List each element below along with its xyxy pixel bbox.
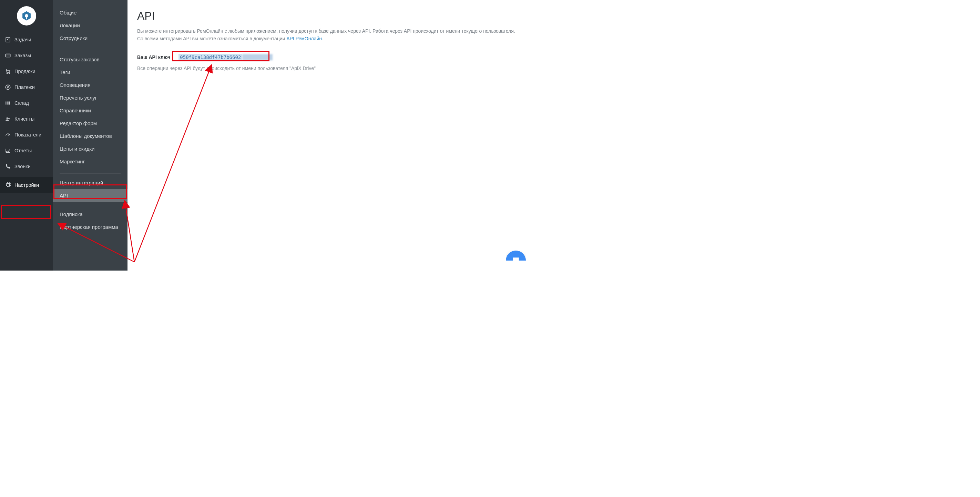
settings-item-label: Оповещения	[60, 82, 91, 88]
settings-item-staff[interactable]: Сотрудники	[53, 32, 127, 45]
svg-rect-10	[8, 102, 8, 105]
nav-label: Склад	[14, 100, 29, 106]
intro-suffix: .	[322, 36, 323, 41]
settings-item-label: Партнерская программа	[60, 224, 118, 230]
nav-label: Показатели	[14, 132, 41, 137]
settings-item-label: Шаблоны документов	[60, 133, 112, 139]
svg-rect-3	[6, 37, 10, 42]
settings-item-subscription[interactable]: Подписка	[53, 208, 127, 221]
settings-item-label: API	[60, 193, 68, 199]
nav-label: Отчеты	[14, 148, 32, 153]
settings-item-statuses[interactable]: Статусы заказов	[53, 53, 127, 66]
nav-warehouse[interactable]: Склад	[0, 95, 53, 111]
settings-item-marketing[interactable]: Маркетинг	[53, 155, 127, 168]
svg-point-5	[7, 73, 8, 74]
settings-item-label: Редактор форм	[60, 120, 97, 126]
nav-label: Звонки	[14, 164, 31, 169]
gauge-icon	[5, 132, 11, 138]
svg-point-6	[9, 73, 10, 74]
api-key-blurred	[242, 54, 272, 60]
api-key-box: 050f9ca138df47b7b6602	[176, 53, 275, 62]
settings-item-label: Цены и скидки	[60, 146, 94, 152]
api-doc-link[interactable]: API РемОнлайн	[286, 36, 322, 41]
api-key-label: Ваш API ключ	[137, 54, 170, 60]
settings-item-directories[interactable]: Справочники	[53, 104, 127, 117]
api-key-value[interactable]: 050f9ca138df47b7b6602	[178, 54, 242, 61]
settings-item-api[interactable]: API	[53, 189, 127, 202]
logo	[0, 3, 53, 32]
nav-label: Заказы	[14, 53, 31, 58]
barcode-icon	[5, 100, 11, 106]
settings-item-doc-templates[interactable]: Шаблоны документов	[53, 130, 127, 142]
nav-label: Задачи	[14, 37, 31, 42]
nav-metrics[interactable]: Показатели	[0, 127, 53, 143]
settings-item-label: Теги	[60, 69, 70, 75]
settings-item-label: Маркетинг	[60, 159, 85, 164]
nav-label: Настройки	[14, 182, 39, 188]
phone-icon	[5, 163, 11, 170]
settings-item-locations[interactable]: Локации	[53, 19, 127, 32]
intro-text: Вы можете интегрировать РемОнлайн с любы…	[137, 28, 515, 41]
settings-item-label: Центр интеграций	[60, 180, 103, 186]
settings-item-partner[interactable]: Партнерская программа	[53, 221, 127, 233]
settings-item-prices[interactable]: Цены и скидки	[53, 142, 127, 155]
orders-icon	[5, 53, 11, 59]
nav-calls[interactable]: Звонки	[0, 159, 53, 174]
chart-icon	[5, 148, 11, 154]
nav-clients[interactable]: Клиенты	[0, 111, 53, 127]
sidebar-primary: Задачи Заказы Продажи Платежи Склад	[0, 0, 53, 271]
svg-point-13	[6, 118, 8, 119]
svg-rect-9	[6, 102, 7, 105]
settings-item-services[interactable]: Перечень услуг	[53, 91, 127, 104]
settings-item-label: Подписка	[60, 211, 83, 217]
settings-item-label: Перечень услуг	[60, 95, 97, 100]
page-intro: Вы можете интегрировать РемОнлайн с любы…	[137, 27, 518, 43]
settings-item-label: Локации	[60, 22, 80, 28]
svg-rect-2	[26, 16, 27, 19]
settings-item-label: Справочники	[60, 108, 91, 113]
checklist-icon	[5, 37, 11, 43]
settings-item-tags[interactable]: Теги	[53, 66, 127, 78]
nav-settings[interactable]: Настройки	[0, 177, 53, 193]
nav-reports[interactable]: Отчеты	[0, 143, 53, 159]
divider	[60, 50, 121, 50]
svg-rect-8	[5, 102, 6, 105]
app-logo-icon	[21, 10, 32, 22]
settings-item-label: Статусы заказов	[60, 57, 100, 62]
settings-item-notifications[interactable]: Оповещения	[53, 78, 127, 91]
svg-rect-11	[9, 102, 9, 105]
main-content: API Вы можете интегрировать РемОнлайн с …	[127, 0, 532, 271]
people-icon	[5, 116, 11, 122]
nav-sales[interactable]: Продажи	[0, 64, 53, 79]
settings-item-label: Сотрудники	[60, 35, 88, 41]
settings-item-label: Общие	[60, 10, 76, 16]
page-title: API	[137, 10, 518, 22]
cart-icon	[5, 68, 11, 75]
nav-orders[interactable]: Заказы	[0, 48, 53, 64]
nav-label: Клиенты	[14, 116, 35, 122]
dollar-icon	[5, 84, 11, 90]
svg-point-14	[8, 118, 10, 119]
nav-payments[interactable]: Платежи	[0, 79, 53, 95]
settings-submenu: Общие Локации Сотрудники Статусы заказов…	[53, 0, 127, 271]
nav-label: Продажи	[14, 68, 35, 74]
settings-item-integrations[interactable]: Центр интеграций	[53, 177, 127, 189]
nav-tasks[interactable]: Задачи	[0, 32, 53, 48]
svg-rect-4	[5, 54, 10, 57]
settings-item-general[interactable]: Общие	[53, 6, 127, 19]
api-note: Все операции через API будут происходить…	[137, 65, 518, 71]
settings-item-form-editor[interactable]: Редактор форм	[53, 117, 127, 130]
nav-label: Платежи	[14, 84, 35, 90]
gear-icon	[5, 182, 11, 188]
svg-rect-12	[9, 102, 10, 105]
